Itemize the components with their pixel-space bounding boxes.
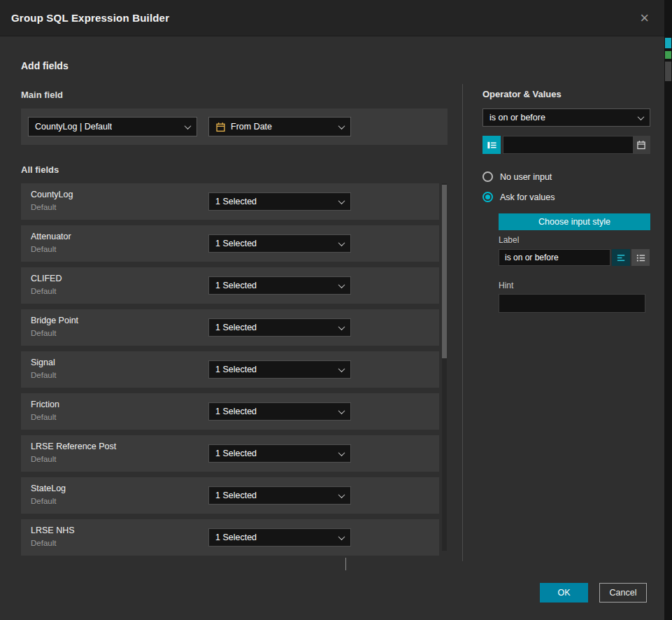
field-selection-dropdown[interactable]: 1 Selected — [208, 192, 351, 211]
single-line-input-toggle[interactable] — [612, 249, 630, 266]
field-selection-value: 1 Selected — [215, 533, 257, 542]
close-button[interactable]: × — [636, 9, 653, 27]
operator-dropdown[interactable]: is on or before — [482, 108, 650, 127]
field-selection-value: 1 Selected — [215, 281, 257, 290]
main-date-field-value: From Date — [231, 122, 272, 132]
field-row-countylog: CountyLog Default 1 Selected — [21, 183, 439, 220]
window-scrollbar[interactable] — [664, 0, 672, 620]
all-fields-label: All fields — [21, 164, 59, 175]
calendar-icon — [636, 140, 646, 150]
scrollbar-thumb[interactable] — [665, 62, 671, 81]
chevron-down-icon — [338, 365, 345, 372]
field-list-icon — [487, 140, 497, 150]
layer-dropdown[interactable]: CountyLog | Default — [28, 117, 197, 136]
field-mode-button[interactable] — [482, 136, 501, 154]
label-caption: Label — [499, 235, 519, 245]
field-selection-dropdown[interactable]: 1 Selected — [208, 360, 351, 379]
ok-button[interactable]: OK — [540, 583, 588, 603]
list-icon — [636, 253, 646, 263]
chevron-down-icon — [338, 533, 345, 540]
section-title-add-fields: Add fields — [21, 60, 69, 71]
chevron-down-icon — [338, 197, 345, 204]
calendar-icon — [215, 122, 226, 132]
field-row-friction: Friction Default 1 Selected — [21, 393, 439, 430]
scrollbar-thumb[interactable] — [442, 185, 447, 358]
chevron-down-icon — [338, 449, 345, 456]
hint-caption: Hint — [499, 281, 513, 290]
chevron-down-icon — [345, 558, 346, 570]
scroll-down-indicator[interactable] — [345, 558, 352, 565]
chevron-down-icon — [638, 113, 645, 120]
operator-values-title: Operator & Values — [482, 89, 562, 99]
radio-no-user-input-label: No user input — [500, 172, 552, 182]
align-left-icon — [616, 253, 627, 263]
field-selection-dropdown[interactable]: 1 Selected — [208, 444, 351, 463]
operator-value: is on or before — [489, 113, 545, 122]
field-row-clifed: CLIFED Default 1 Selected — [21, 267, 439, 304]
field-row-statelog: StateLog Default 1 Selected — [21, 477, 439, 514]
divider — [462, 84, 463, 561]
radio-no-user-input[interactable]: No user input — [482, 171, 552, 182]
chevron-down-icon — [338, 491, 345, 498]
radio-circle-icon — [482, 171, 493, 182]
main-field-label: Main field — [21, 90, 63, 100]
field-selection-value: 1 Selected — [215, 197, 257, 206]
chevron-down-icon — [185, 122, 192, 129]
field-selection-value: 1 Selected — [215, 239, 257, 248]
field-selection-value: 1 Selected — [215, 491, 257, 500]
field-selection-value: 1 Selected — [215, 449, 257, 458]
main-date-field-dropdown[interactable]: From Date — [208, 117, 351, 136]
chevron-down-icon — [338, 239, 345, 246]
cancel-button[interactable]: Cancel — [599, 583, 647, 603]
label-input[interactable] — [499, 249, 610, 266]
all-fields-list: CountyLog Default 1 Selected Attenuator … — [21, 183, 439, 561]
chevron-down-icon — [338, 122, 345, 129]
field-row-signal: Signal Default 1 Selected — [21, 351, 439, 388]
chevron-down-icon — [338, 407, 345, 414]
close-icon: × — [640, 9, 649, 27]
main-field-panel: CountyLog | Default From Date — [21, 108, 448, 145]
date-value-input[interactable] — [503, 136, 633, 154]
list-scrollbar[interactable] — [442, 183, 447, 551]
scrollbar-mark-green — [665, 51, 671, 59]
value-input-row — [482, 136, 650, 154]
field-row-bridge-point: Bridge Point Default 1 Selected — [21, 309, 439, 346]
dialog-title: Group SQL Expression Builder — [11, 12, 169, 24]
titlebar: Group SQL Expression Builder × — [0, 0, 664, 36]
field-selection-dropdown[interactable]: 1 Selected — [208, 528, 351, 547]
chevron-down-icon — [338, 323, 345, 330]
scrollbar-mark-teal — [665, 38, 671, 48]
hint-input[interactable] — [499, 294, 645, 313]
field-row-lrse-reference-post: LRSE Reference Post Default 1 Selected — [21, 435, 439, 472]
field-selection-dropdown[interactable]: 1 Selected — [208, 486, 351, 505]
field-selection-dropdown[interactable]: 1 Selected — [208, 402, 351, 421]
field-selection-dropdown[interactable]: 1 Selected — [208, 234, 351, 253]
layer-dropdown-value: CountyLog | Default — [35, 122, 112, 132]
group-sql-expression-builder-dialog: Group SQL Expression Builder × Add field… — [0, 0, 672, 620]
field-row-lrse-nhs: LRSE NHS Default 1 Selected — [21, 519, 439, 556]
radio-ask-for-values-label: Ask for values — [500, 192, 555, 202]
field-selection-value: 1 Selected — [215, 365, 257, 374]
date-picker-button[interactable] — [633, 136, 650, 154]
list-input-toggle[interactable] — [631, 249, 650, 266]
field-row-attenuator: Attenuator Default 1 Selected — [21, 225, 439, 262]
field-selection-value: 1 Selected — [215, 407, 257, 416]
label-input-row — [499, 249, 650, 266]
choose-input-style-button[interactable]: Choose input style — [499, 213, 650, 230]
field-selection-dropdown[interactable]: 1 Selected — [208, 276, 351, 295]
radio-ask-for-values[interactable]: Ask for values — [482, 192, 555, 202]
field-selection-value: 1 Selected — [215, 323, 257, 332]
chevron-down-icon — [338, 281, 345, 288]
field-selection-dropdown[interactable]: 1 Selected — [208, 318, 351, 337]
radio-circle-selected-icon — [482, 192, 493, 202]
